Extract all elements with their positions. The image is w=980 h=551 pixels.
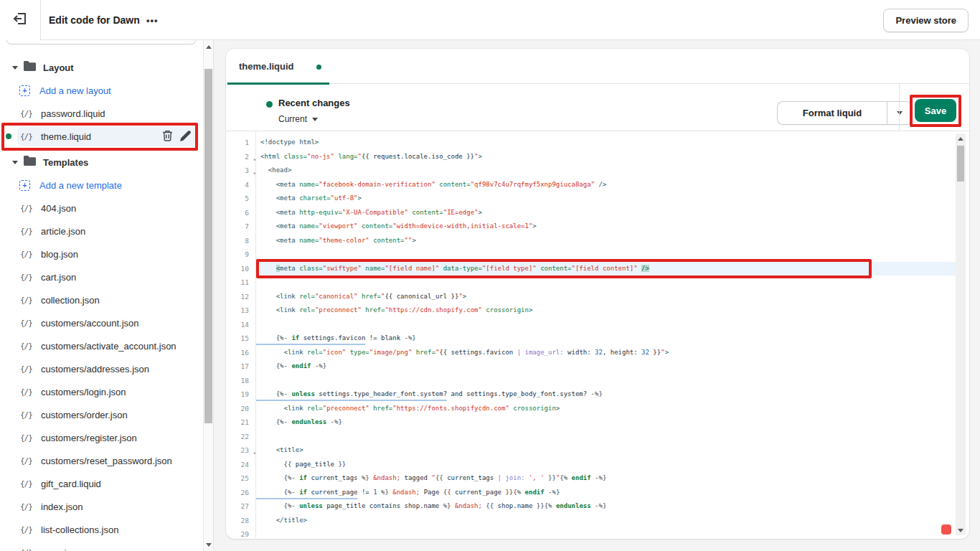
code-line: {%- if current_tags %} &ndash; tagged "{… — [260, 471, 669, 486]
sidebar-scrollbar-thumb[interactable] — [204, 69, 212, 423]
code-line: <link rel="preconnect" href="https://cdn… — [260, 303, 669, 318]
chevron-down-icon — [12, 161, 18, 164]
code-text-area[interactable]: <!doctype html><html class="no-js" lang=… — [256, 131, 956, 538]
exit-code-editor-button[interactable] — [0, 0, 41, 40]
more-actions-button[interactable]: ••• — [146, 0, 159, 40]
page-title: Edit code for Dawn — [49, 0, 140, 40]
code-file-icon: {/} — [20, 456, 36, 466]
sidebar-scroll-down-arrow[interactable] — [204, 540, 213, 550]
sidebar-item-customers-order-json[interactable]: {/}customers/order.json — [0, 403, 203, 426]
sidebar-item-layout[interactable]: Layout — [0, 56, 203, 79]
code-file-icon: {/} — [20, 319, 36, 328]
editor-scroll-up-arrow[interactable] — [956, 133, 966, 143]
sidebar-item-theme-liquid[interactable]: {/}theme.liquid — [0, 125, 203, 148]
code-file-icon: {/} — [20, 250, 36, 259]
editor-scroll-down-arrow[interactable] — [956, 525, 966, 535]
code-line: <!doctype html> — [260, 136, 669, 150]
unsaved-changes-dot — [316, 65, 321, 70]
code-line: <meta name="facebook-domain-verification… — [260, 178, 669, 192]
chevron-down-icon — [12, 66, 18, 70]
line-number: 10 — [226, 262, 256, 276]
editor-scrollbar-thumb[interactable] — [957, 146, 964, 182]
sidebar-item-password-liquid[interactable]: {/}password.liquid — [0, 102, 203, 125]
trash-icon[interactable] — [162, 130, 173, 144]
code-line: <meta name="theme-color" content=""> — [260, 234, 669, 248]
code-line — [260, 527, 669, 538]
code-file-icon: {/} — [20, 273, 36, 282]
tab-label: theme.liquid — [239, 61, 294, 72]
sidebar-item-collection-json[interactable]: {/}collection.json — [0, 288, 203, 311]
line-number: 20 — [226, 402, 256, 416]
tab-theme-liquid[interactable]: theme.liquid — [226, 49, 331, 84]
sidebar-item-customers-activate-account-json[interactable]: {/}customers/activate_account.json — [0, 334, 203, 357]
code-file-icon: {/} — [20, 364, 36, 374]
line-number: 2▾ — [226, 150, 256, 164]
code-line: </title> — [260, 514, 669, 528]
code-line — [260, 276, 669, 290]
sidebar-item-404-json[interactable]: {/}404.json — [0, 197, 203, 220]
line-number: 5 — [226, 192, 256, 206]
code-file-icon: {/} — [20, 227, 36, 236]
code-line — [260, 430, 669, 444]
code-editor[interactable]: 12▾3▾4567891011121314151617181920212223▾… — [226, 131, 969, 538]
line-number: 3▾ — [226, 164, 256, 178]
sidebar-item-customers-account-json[interactable]: {/}customers/account.json — [0, 311, 203, 334]
line-number: 23▾ — [226, 443, 256, 458]
line-number: 29 — [226, 527, 256, 538]
sidebar-item-add-a-new-template[interactable]: +Add a new template — [0, 174, 203, 197]
editor-panel: theme.liquid Recent changes Current Form… — [226, 49, 969, 539]
sidebar-item-gift-card-liquid[interactable]: {/}gift_card.liquid — [0, 472, 203, 495]
version-dropdown[interactable]: Current — [278, 114, 318, 124]
sidebar-item-customers-addresses-json[interactable]: {/}customers/addresses.json — [0, 357, 203, 380]
folder-icon — [24, 61, 36, 74]
sidebar-item-cart-json[interactable]: {/}cart.json — [0, 265, 203, 288]
sidebar-item-index-json[interactable]: {/}index.json — [0, 495, 203, 518]
save-button[interactable]: Save — [915, 99, 956, 122]
line-number: 22 — [226, 430, 256, 444]
format-liquid-button[interactable]: Format liquid — [777, 101, 887, 125]
file-search-input[interactable] — [6, 40, 197, 44]
code-line: <head> — [260, 164, 669, 178]
code-line: <meta charset="utf-8"> — [260, 192, 669, 206]
line-number: 16 — [226, 346, 256, 360]
line-number: 17 — [226, 359, 256, 374]
code-file-icon: {/} — [20, 342, 36, 351]
code-line: <title> — [260, 443, 669, 458]
code-file-icon: {/} — [20, 502, 36, 512]
sidebar-item-blog-json[interactable]: {/}blog.json — [0, 242, 203, 265]
sidebar-item-list-collections-json[interactable]: {/}list-collections.json — [0, 518, 203, 541]
folder-icon — [24, 156, 36, 169]
sidebar-item-add-a-new-layout[interactable]: +Add a new layout — [0, 79, 203, 102]
version-label: Current — [278, 114, 307, 124]
editor-scrollbar[interactable] — [956, 133, 966, 535]
sidebar-item-page-json[interactable]: {/}page.json — [0, 541, 203, 551]
editor-tab-bar: theme.liquid — [226, 49, 969, 84]
code-file-icon: {/} — [20, 387, 36, 397]
error-marker-dot — [941, 524, 951, 534]
sidebar-item-article-json[interactable]: {/}article.json — [0, 220, 203, 242]
pencil-icon[interactable] — [180, 130, 192, 144]
code-line: {{ page_title }} — [260, 458, 669, 472]
line-number: 28 — [226, 514, 256, 528]
exit-panel-icon — [12, 11, 28, 29]
sidebar-scrollbar[interactable] — [203, 40, 214, 551]
preview-store-button[interactable]: Preview store — [883, 9, 969, 32]
line-number: 25 — [226, 471, 256, 486]
liquid-tag-underline — [256, 400, 447, 401]
sidebar-item-customers-register-json[interactable]: {/}customers/register.json — [0, 426, 203, 449]
code-line — [260, 318, 669, 332]
add-dashed-icon: + — [19, 180, 30, 191]
line-number: 9 — [226, 248, 256, 262]
line-number: 24 — [226, 458, 256, 472]
code-line: <html class="no-js" lang="{{ request.loc… — [260, 150, 669, 164]
line-number: 26 — [226, 486, 256, 500]
sidebar-scroll-up-arrow[interactable] — [204, 42, 213, 52]
recent-changes-label: Recent changes — [278, 98, 350, 108]
code-file-icon: {/} — [20, 433, 36, 443]
line-number: 14 — [226, 318, 256, 332]
code-line: {%- unless page_title contains shop.name… — [260, 499, 669, 514]
sidebar-item-customers-login-json[interactable]: {/}customers/login.json — [0, 380, 203, 403]
sidebar-item-templates[interactable]: Templates — [0, 151, 203, 174]
line-number: 6 — [226, 206, 256, 220]
sidebar-item-customers-reset-password-json[interactable]: {/}customers/reset_password.json — [0, 449, 203, 472]
